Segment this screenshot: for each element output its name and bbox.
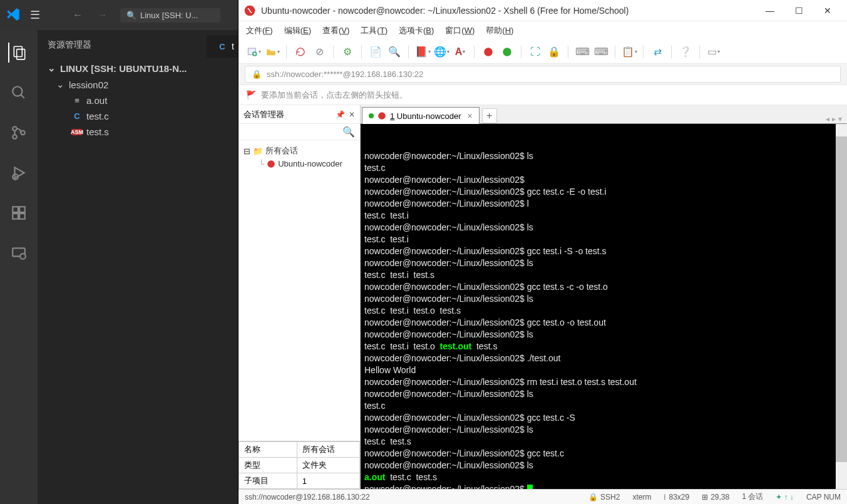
script-icon[interactable]: 📋▾: [622, 44, 637, 59]
prop-key: 类型: [239, 458, 297, 473]
globe-icon[interactable]: 🌐▾: [434, 44, 449, 59]
session-manager: 会话管理器 📌 ✕ 🔍 ⊟ 📁 所有会话 └ Ubuntu-nowcoder: [239, 105, 361, 489]
collapse-icon: ⊟: [244, 147, 250, 156]
session-tree: ⊟ 📁 所有会话 └ Ubuntu-nowcoder: [239, 140, 360, 441]
search-activity-icon[interactable]: [9, 83, 29, 103]
menu-item[interactable]: 工具(T): [361, 25, 388, 36]
menu-item[interactable]: 帮助(H): [486, 25, 513, 36]
terminal-area: 1 Ubuntu-nowcoder × + ◂ ▸ ▾ nowcoder@now…: [361, 105, 847, 489]
session-root[interactable]: ⊟ 📁 所有会话: [241, 144, 357, 158]
chevron-down-icon: ⌄: [56, 79, 65, 90]
svg-point-16: [484, 48, 493, 56]
xshell-logo-icon: [244, 4, 256, 17]
search-icon: 🔍: [126, 11, 136, 20]
svg-rect-8: [13, 213, 18, 219]
font-icon[interactable]: A▾: [453, 44, 468, 59]
xshell-tab-icon: [377, 111, 386, 120]
keyboard2-icon[interactable]: ⌨: [593, 44, 608, 59]
vscode-search-box[interactable]: 🔍 Linux [SSH: U...: [120, 8, 220, 23]
folder-icon: 📁: [253, 147, 263, 156]
prop-value: 文件夹: [297, 458, 359, 473]
close-button[interactable]: ✕: [813, 1, 842, 21]
status-dot-icon: [369, 113, 374, 118]
tab-prev-icon[interactable]: ◂: [826, 115, 829, 123]
nav-forward-icon[interactable]: →: [98, 9, 108, 21]
explorer-activity-icon[interactable]: [8, 43, 28, 63]
debug-activity-icon[interactable]: [9, 163, 29, 183]
minimize-button[interactable]: —: [756, 1, 784, 21]
project-root[interactable]: ⌄ LINUX [SSH: UBUNTU18-N...: [38, 60, 238, 76]
fullscreen-icon[interactable]: ⛶: [528, 44, 543, 59]
scm-activity-icon[interactable]: [9, 123, 29, 143]
reconnect-icon[interactable]: [293, 44, 308, 59]
menu-item[interactable]: 选项卡(B): [399, 25, 434, 36]
file-row[interactable]: Ctest.c: [38, 108, 238, 124]
binary-file-icon: ≡: [71, 96, 83, 105]
find-icon[interactable]: 🔍: [387, 44, 402, 59]
tree-line: └: [259, 159, 264, 168]
svg-rect-7: [13, 207, 18, 212]
xagent-icon[interactable]: [481, 44, 496, 59]
new-session-icon[interactable]: ▾: [246, 44, 261, 59]
nav-back-icon[interactable]: ←: [73, 9, 83, 21]
close-panel-icon[interactable]: ✕: [349, 110, 355, 119]
folder-name: lession02: [69, 80, 108, 90]
address-input[interactable]: 🔒 ssh://nowcoder:******@192.168.186.130:…: [245, 66, 841, 83]
svg-point-12: [20, 254, 26, 259]
hamburger-menu-icon[interactable]: ☰: [30, 8, 40, 22]
prop-key: 子项目: [239, 473, 297, 489]
status-proto: 🔒 SSH2: [588, 493, 620, 501]
hint-text: 要添加当前会话，点击左侧的箭头按钮。: [261, 90, 408, 101]
toolbar: ▾ ▾ ⊘ ⚙ 📄 🔍 📕▾ 🌐▾ A▾ ⛶ 🔒 ⌨ ⌨ 📋▾ ⇄ ❔ ▭▾: [239, 40, 847, 64]
tab-close-icon[interactable]: ×: [467, 111, 472, 121]
remote-activity-icon[interactable]: [9, 243, 29, 263]
session-mgr-title: 会话管理器: [244, 109, 284, 120]
chevron-down-icon: ⌄: [48, 63, 56, 74]
properties-icon[interactable]: 📕▾: [415, 44, 430, 59]
pin-icon[interactable]: 📌: [336, 110, 345, 119]
menu-item[interactable]: 文件(F): [246, 25, 273, 36]
xftp-icon[interactable]: [500, 44, 515, 59]
xshell-titlebar: Ubuntu-nowcoder - nowcoder@nowcoder: ~/L…: [239, 0, 847, 21]
scrollbar[interactable]: [836, 124, 847, 489]
menu-item[interactable]: 编辑(E): [284, 25, 311, 36]
prop-value: 所有会话: [297, 442, 359, 458]
folder-row[interactable]: ⌄ lession02: [38, 76, 238, 93]
extensions-activity-icon[interactable]: [9, 203, 29, 223]
terminal-output[interactable]: nowcoder@nowcoder:~/Linux/lession02$ ls …: [361, 124, 847, 489]
lock-icon[interactable]: 🔒: [547, 44, 562, 59]
scroll-thumb[interactable]: [836, 136, 847, 462]
highlight-icon[interactable]: ▭▾: [706, 44, 721, 59]
menu-item[interactable]: 查看(V): [322, 25, 349, 36]
terminal-tabs: 1 Ubuntu-nowcoder × + ◂ ▸ ▾: [361, 105, 847, 124]
help-icon[interactable]: ❔: [678, 44, 693, 59]
file-tree: ⌄ LINUX [SSH: UBUNTU18-N... ⌄ lession02 …: [38, 60, 238, 140]
xshell-session-icon: [267, 160, 275, 168]
open-icon[interactable]: ▾: [265, 44, 280, 59]
status-address: ssh://nowcoder@192.168.186.130:22: [245, 493, 576, 501]
tab-next-icon[interactable]: ▸: [832, 115, 836, 123]
session-properties: 名称所有会话类型文件夹子项目1: [239, 441, 360, 489]
hint-bar: 🚩 要添加当前会话，点击左侧的箭头按钮。: [239, 85, 847, 105]
flag-icon: 🚩: [246, 90, 256, 100]
settings-icon[interactable]: ⚙: [340, 44, 355, 59]
transfer-icon[interactable]: ⇄: [650, 44, 665, 59]
tab-menu-icon[interactable]: ▾: [838, 115, 842, 123]
tab-label: 1 Ubuntu-nowcoder: [390, 111, 461, 121]
menu-item[interactable]: 窗口(W): [445, 25, 475, 36]
maximize-button[interactable]: ☐: [784, 1, 813, 21]
keyboard-icon[interactable]: ⌨: [575, 44, 590, 59]
vscode-titlebar: ☰ ← → 🔍 Linux [SSH: U...: [0, 0, 238, 30]
add-tab-button[interactable]: +: [482, 108, 497, 123]
c-file-icon: C: [217, 42, 228, 51]
file-row[interactable]: ASMtest.s: [38, 124, 238, 140]
explorer-title: 资源管理器: [48, 39, 91, 51]
disconnect-icon[interactable]: ⊘: [312, 44, 327, 59]
svg-point-19: [378, 112, 386, 120]
terminal-tab[interactable]: 1 Ubuntu-nowcoder ×: [362, 107, 480, 124]
session-search[interactable]: 🔍: [239, 124, 360, 140]
copy-icon[interactable]: 📄: [368, 44, 383, 59]
session-item[interactable]: └ Ubuntu-nowcoder: [241, 158, 357, 170]
file-row[interactable]: ≡a.out: [38, 93, 238, 108]
svg-rect-9: [19, 213, 25, 219]
